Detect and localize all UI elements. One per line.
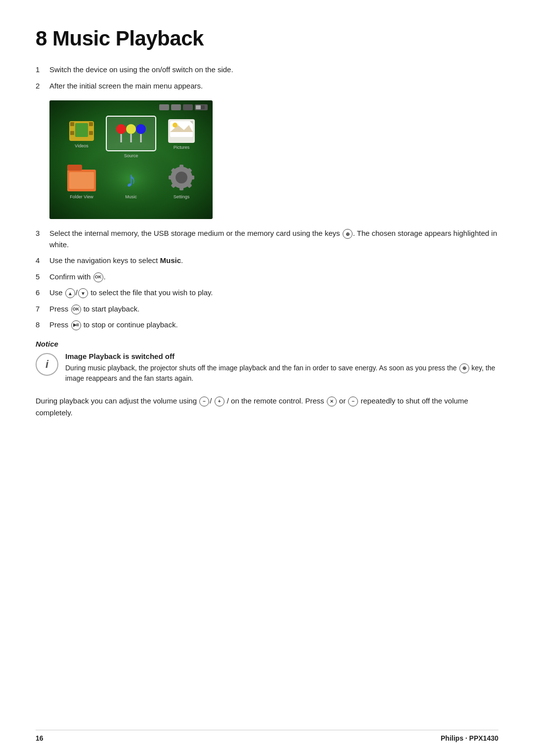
svg-rect-12 xyxy=(89,122,93,126)
up-key-icon: ▲ xyxy=(65,288,75,298)
music-label: Music xyxy=(160,256,181,265)
svg-text:Music: Music xyxy=(125,194,137,199)
step-8: 8 Press ▶II to stop or continue playback… xyxy=(36,319,498,331)
ok-button-icon: OK xyxy=(93,272,103,282)
svg-rect-7 xyxy=(196,105,201,109)
page: 8 Music Playback 1 Switch the device on … xyxy=(0,0,534,756)
steps-list-2: 3 Select the internal memory, the USB st… xyxy=(36,228,498,331)
svg-rect-3 xyxy=(171,104,181,110)
step-text: Press OK to start playback. xyxy=(49,304,498,315)
nav-key-icon: ⊕ xyxy=(343,229,353,239)
step-number: 5 xyxy=(36,271,49,283)
svg-rect-41 xyxy=(169,176,174,179)
svg-point-28 xyxy=(173,123,178,128)
step-text: Select the internal memory, the USB stor… xyxy=(49,228,498,250)
svg-point-38 xyxy=(176,172,187,183)
step-text: Use ▲/▼ to select the file that you wish… xyxy=(49,287,498,299)
step-number: 7 xyxy=(36,304,49,315)
notice-block: Notice i Image Playback is switched off … xyxy=(36,340,498,384)
menu-screenshot: Videos Source Pictures xyxy=(49,100,213,219)
notice-heading: Image Playback is switched off xyxy=(65,352,498,360)
ok-play-icon: OK xyxy=(71,305,81,314)
step-4: 4 Use the navigation keys to select Musi… xyxy=(36,255,498,267)
menu-image-svg: Videos Source Pictures xyxy=(49,100,213,219)
svg-text:Pictures: Pictures xyxy=(174,145,190,150)
step-number: 4 xyxy=(36,255,49,267)
step-number: 6 xyxy=(36,287,49,299)
step-number: 3 xyxy=(36,228,49,239)
step-text: Press ▶II to stop or continue playback. xyxy=(49,319,498,331)
svg-text:Folder View: Folder View xyxy=(70,194,93,199)
notice-body: Image Playback is switched off During mu… xyxy=(65,352,498,384)
step-5: 5 Confirm with OK. xyxy=(36,271,498,283)
svg-rect-15 xyxy=(75,123,88,137)
footer-brand: Philips · PPX1430 xyxy=(441,734,498,742)
step-number: 8 xyxy=(36,319,49,331)
svg-rect-42 xyxy=(189,176,194,179)
step-text: Switch the device on using the on/off sw… xyxy=(49,64,498,76)
svg-rect-32 xyxy=(67,165,82,171)
svg-point-19 xyxy=(126,124,136,134)
svg-text:♪: ♪ xyxy=(126,167,136,191)
mute-icon: ✕ xyxy=(327,397,337,406)
svg-point-18 xyxy=(116,124,126,134)
footer: 16 Philips · PPX1430 xyxy=(36,730,498,742)
volume-up-icon: + xyxy=(215,397,224,406)
svg-rect-39 xyxy=(179,165,183,170)
info-icon: i xyxy=(36,353,58,376)
bottom-paragraph: During playback you can adjust the volum… xyxy=(36,395,498,419)
svg-text:Source: Source xyxy=(124,153,138,158)
svg-point-20 xyxy=(136,124,146,134)
svg-rect-11 xyxy=(70,122,74,126)
step-number: 2 xyxy=(36,81,49,92)
steps-list: 1 Switch the device on using the on/off … xyxy=(36,64,498,91)
svg-rect-8 xyxy=(205,106,207,108)
step-number: 1 xyxy=(36,64,49,76)
step-2: 2 After the initial screen the main menu… xyxy=(36,81,498,92)
svg-rect-40 xyxy=(179,185,183,190)
minus-icon: − xyxy=(348,397,358,406)
step-1: 1 Switch the device on using the on/off … xyxy=(36,64,498,76)
pause-play-icon: ▶II xyxy=(71,320,81,330)
step-text: After the initial screen the main menu a… xyxy=(49,81,498,92)
svg-rect-33 xyxy=(69,172,94,189)
volume-down-icon: − xyxy=(199,397,209,406)
step-3: 3 Select the internal memory, the USB st… xyxy=(36,228,498,250)
notice-content: i Image Playback is switched off During … xyxy=(36,352,498,384)
step-6: 6 Use ▲/▼ to select the file that you wi… xyxy=(36,287,498,299)
step-text: Use the navigation keys to select Music. xyxy=(49,255,498,267)
svg-rect-14 xyxy=(89,131,93,135)
svg-rect-2 xyxy=(159,104,169,110)
footer-page-number: 16 xyxy=(36,734,44,742)
svg-text:Videos: Videos xyxy=(75,143,89,148)
step-text: Confirm with OK. xyxy=(49,271,498,283)
down-key-icon: ▼ xyxy=(78,288,88,298)
nav-key-icon-notice: ⊕ xyxy=(459,363,469,373)
svg-text:Settings: Settings xyxy=(174,194,190,199)
step-7: 7 Press OK to start playback. xyxy=(36,304,498,315)
page-title: 8 Music Playback xyxy=(36,27,498,50)
notice-text: During music playback, the projector shu… xyxy=(65,363,498,384)
notice-title: Notice xyxy=(36,340,498,348)
svg-rect-4 xyxy=(183,104,193,110)
svg-rect-13 xyxy=(70,131,74,135)
